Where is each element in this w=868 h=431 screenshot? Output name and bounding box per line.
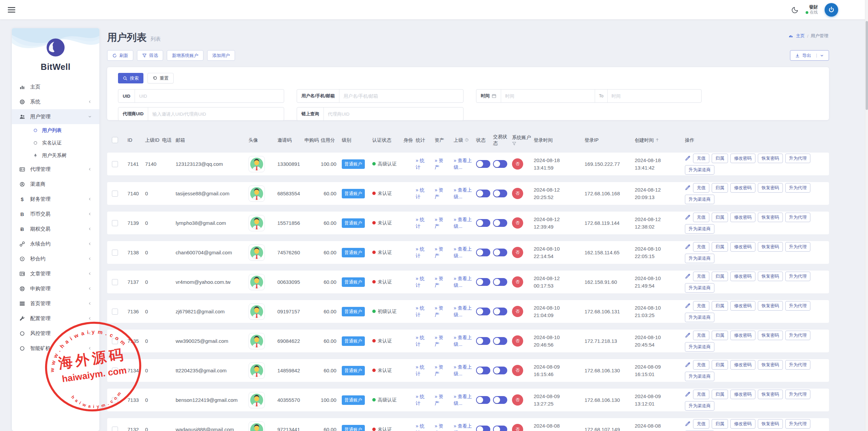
action-3-button[interactable]: 恢复密码 xyxy=(758,301,783,311)
trade-status-toggle[interactable] xyxy=(493,337,507,345)
trade-status-toggle[interactable] xyxy=(493,367,507,374)
stats-link[interactable]: » 统计 xyxy=(416,305,428,318)
sidebar-item-11[interactable]: 申购管理 xyxy=(12,281,99,296)
action-5-button[interactable]: 升为渠道商 xyxy=(685,372,714,381)
action-5-button[interactable]: 升为渠道商 xyxy=(685,254,714,263)
pencil-icon[interactable] xyxy=(685,303,691,309)
sidebar-item-7[interactable]: Ƀ期权交易 xyxy=(12,221,99,236)
action-3-button[interactable]: 恢复密码 xyxy=(758,331,783,340)
pencil-icon[interactable] xyxy=(685,244,691,250)
action-3-button[interactable]: 恢复密码 xyxy=(758,183,783,193)
sidebar-item-5[interactable]: $财务管理 xyxy=(12,192,99,207)
sidebar-item-1[interactable]: 系统 xyxy=(12,94,99,109)
view-parent-link[interactable]: » 查看上级... xyxy=(454,187,475,200)
refresh-button[interactable]: 刷新 xyxy=(107,50,133,61)
time-to-input[interactable] xyxy=(608,90,701,102)
export-button[interactable]: 导出 xyxy=(790,50,829,61)
action-0-button[interactable]: 充值 xyxy=(693,272,709,281)
stats-link[interactable]: » 统计 xyxy=(416,157,428,171)
row-checkbox[interactable] xyxy=(112,338,118,344)
assets-link[interactable]: » 资产 xyxy=(435,246,447,259)
action-2-button[interactable]: 修改密码 xyxy=(730,183,755,193)
action-0-button[interactable]: 充值 xyxy=(693,154,709,163)
trade-status-toggle[interactable] xyxy=(493,190,507,197)
status-toggle[interactable] xyxy=(476,249,490,256)
sidebar-subitem-2-2[interactable]: 用户关系树 xyxy=(12,149,99,162)
status-toggle[interactable] xyxy=(476,337,490,345)
row-checkbox[interactable] xyxy=(112,368,118,374)
view-parent-link[interactable]: » 查看上级... xyxy=(454,393,475,407)
row-checkbox[interactable] xyxy=(112,220,118,226)
action-4-button[interactable]: 升为代理 xyxy=(785,183,810,193)
action-2-button[interactable]: 修改密码 xyxy=(730,272,755,281)
action-2-button[interactable]: 修改密码 xyxy=(730,390,755,399)
sidebar-item-13[interactable]: 配置管理 xyxy=(12,311,99,326)
action-3-button[interactable]: 恢复密码 xyxy=(758,154,783,163)
sidebar-item-3[interactable]: 代理管理 xyxy=(12,162,99,177)
assets-link[interactable]: » 资产 xyxy=(435,423,447,431)
action-3-button[interactable]: 恢复密码 xyxy=(758,419,783,429)
row-checkbox[interactable] xyxy=(112,309,118,315)
status-toggle[interactable] xyxy=(476,278,490,286)
stats-link[interactable]: » 统计 xyxy=(416,364,428,377)
sidebar-item-0[interactable]: 主页 xyxy=(12,79,99,94)
scrollbar[interactable] xyxy=(865,0,868,431)
user-info[interactable]: 發財 在线 xyxy=(806,4,818,15)
action-1-button[interactable]: 归属 xyxy=(712,419,728,429)
assets-link[interactable]: » 资产 xyxy=(435,364,447,377)
arrowup-icon[interactable] xyxy=(655,138,659,142)
agent-uid-input[interactable] xyxy=(148,107,284,120)
select-all-checkbox[interactable] xyxy=(112,137,118,143)
action-4-button[interactable]: 升为代理 xyxy=(785,419,810,429)
row-checkbox[interactable] xyxy=(112,161,118,167)
action-5-button[interactable]: 升为渠道商 xyxy=(685,195,714,204)
trade-status-toggle[interactable] xyxy=(493,396,507,404)
action-2-button[interactable]: 修改密码 xyxy=(730,419,755,429)
action-4-button[interactable]: 升为代理 xyxy=(785,390,810,399)
stats-link[interactable]: » 统计 xyxy=(416,187,428,200)
action-1-button[interactable]: 归属 xyxy=(712,213,728,222)
sidebar-subitem-2-0[interactable]: 用户列表 xyxy=(12,124,99,137)
time-from-input[interactable] xyxy=(501,90,595,102)
stats-link[interactable]: » 统计 xyxy=(416,246,428,259)
pencil-icon[interactable] xyxy=(685,332,691,338)
trade-status-toggle[interactable] xyxy=(493,426,507,431)
status-toggle[interactable] xyxy=(476,396,490,404)
user-avatar[interactable] xyxy=(825,3,838,17)
sidebar-item-10[interactable]: 文章管理 xyxy=(12,266,99,281)
view-parent-link[interactable]: » 查看上级... xyxy=(454,157,475,171)
add-system-account-button[interactable]: 新增系统账户 xyxy=(167,50,203,61)
view-parent-link[interactable]: » 查看上级... xyxy=(454,305,475,318)
action-5-button[interactable]: 升为渠道商 xyxy=(685,283,714,293)
action-5-button[interactable]: 升为渠道商 xyxy=(685,313,714,322)
action-2-button[interactable]: 修改密码 xyxy=(730,154,755,163)
action-3-button[interactable]: 恢复密码 xyxy=(758,390,783,399)
view-parent-link[interactable]: » 查看上级... xyxy=(454,334,475,348)
action-5-button[interactable]: 升为渠道商 xyxy=(685,224,714,234)
action-2-button[interactable]: 修改密码 xyxy=(730,301,755,311)
trade-status-toggle[interactable] xyxy=(493,278,507,286)
action-1-button[interactable]: 归属 xyxy=(712,390,728,399)
moon-icon[interactable] xyxy=(792,6,799,13)
sidebar-item-12[interactable]: 首页管理 xyxy=(12,296,99,311)
pencil-icon[interactable] xyxy=(685,185,691,191)
action-1-button[interactable]: 归属 xyxy=(712,183,728,193)
pencil-icon[interactable] xyxy=(685,273,691,279)
action-4-button[interactable]: 升为代理 xyxy=(785,154,810,163)
action-3-button[interactable]: 恢复密码 xyxy=(758,242,783,252)
sidebar-subitem-2-1[interactable]: 实名认证 xyxy=(12,137,99,149)
action-1-button[interactable]: 归属 xyxy=(712,301,728,311)
reset-button[interactable]: 重置 xyxy=(147,73,174,83)
action-3-button[interactable]: 恢复密码 xyxy=(758,213,783,222)
action-4-button[interactable]: 升为代理 xyxy=(785,272,810,281)
sidebar-item-9[interactable]: 秒合约 xyxy=(12,251,99,266)
action-5-button[interactable]: 升为渠道商 xyxy=(685,342,714,352)
status-toggle[interactable] xyxy=(476,426,490,431)
row-checkbox[interactable] xyxy=(112,397,118,403)
row-checkbox[interactable] xyxy=(112,191,118,197)
uid-input[interactable] xyxy=(135,90,284,102)
action-1-button[interactable]: 归属 xyxy=(712,272,728,281)
action-1-button[interactable]: 归属 xyxy=(712,242,728,252)
assets-link[interactable]: » 资产 xyxy=(435,393,447,407)
stats-link[interactable]: » 统计 xyxy=(416,334,428,348)
